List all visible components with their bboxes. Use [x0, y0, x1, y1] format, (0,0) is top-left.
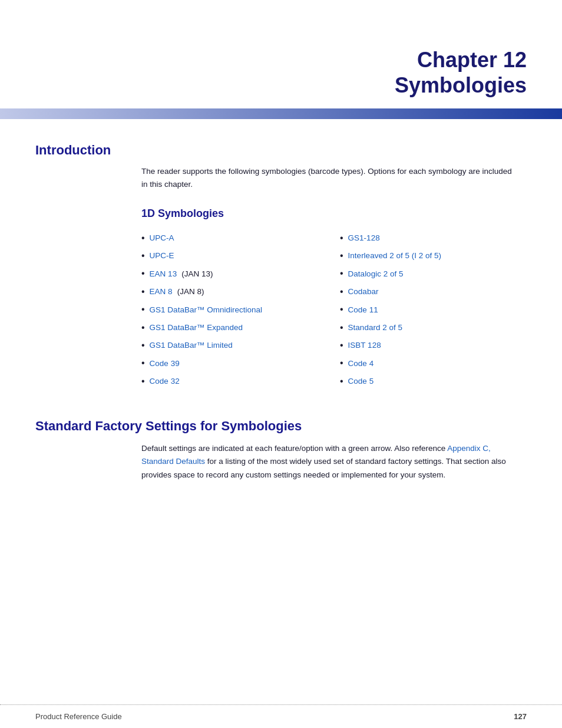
upc-a-link[interactable]: UPC-A [150, 230, 174, 246]
main-content: Introduction The reader supports the fol… [0, 143, 562, 482]
ean13-link[interactable]: EAN 13 [150, 266, 177, 282]
list-item: Datalogic 2 of 5 [340, 265, 527, 282]
list-item: Code 11 [340, 301, 527, 318]
chapter-title: Chapter 12 Symbologies [395, 47, 527, 98]
code32-link[interactable]: Code 32 [150, 374, 180, 389]
list-item: GS1 DataBar™ Limited [141, 337, 328, 354]
symbologies-right-list: GS1-128 Interleaved 2 of 5 (I 2 of 5) Da… [340, 229, 527, 391]
code11-link[interactable]: Code 11 [348, 302, 378, 318]
list-item: Standard 2 of 5 [340, 319, 527, 337]
footer: Product Reference Guide 127 [0, 704, 562, 728]
symbologies-left-column: UPC-A UPC-E EAN 13 (JAN 13) EAN 8 (JAN 8… [141, 229, 328, 391]
gs1-limited-link[interactable]: GS1 DataBar™ Limited [150, 338, 233, 353]
upc-e-link[interactable]: UPC-E [150, 248, 174, 263]
code4-link[interactable]: Code 4 [348, 356, 374, 371]
chapter-label: Chapter 12 [417, 48, 527, 72]
isbt128-link[interactable]: ISBT 128 [348, 338, 381, 353]
list-item: EAN 8 (JAN 8) [141, 283, 328, 301]
factory-body-start: Default settings are indicated at each f… [141, 444, 447, 453]
chapter-title-block: Chapter 12 Symbologies [395, 47, 527, 98]
ean8-link[interactable]: EAN 8 [150, 284, 173, 299]
symbologies-right-column: GS1-128 Interleaved 2 of 5 (I 2 of 5) Da… [340, 229, 527, 391]
list-item: GS1-128 [340, 229, 527, 247]
chapter-header: Chapter 12 Symbologies [0, 0, 562, 98]
codabar-link[interactable]: Codabar [348, 284, 379, 299]
list-item: Code 4 [340, 354, 527, 372]
list-item: ISBT 128 [340, 337, 527, 354]
factory-settings-body: Default settings are indicated at each f… [141, 442, 515, 482]
interleaved-link[interactable]: Interleaved 2 of 5 (I 2 of 5) [348, 248, 441, 263]
footer-page-number: 127 [514, 712, 527, 721]
list-item: GS1 DataBar™ Expanded [141, 319, 328, 337]
list-item: EAN 13 (JAN 13) [141, 265, 328, 282]
list-item: Codabar [340, 283, 527, 301]
gs1-omni-link[interactable]: GS1 DataBar™ Omnidirectional [150, 302, 262, 318]
page: Chapter 12 Symbologies Introduction The … [0, 0, 562, 728]
list-item: Code 32 [141, 373, 328, 390]
list-item: Interleaved 2 of 5 (I 2 of 5) [340, 247, 527, 265]
symbologies-1d-heading: 1D Symbologies [141, 207, 527, 220]
factory-settings-heading: Standard Factory Settings for Symbologie… [35, 419, 527, 434]
datalogic-link[interactable]: Datalogic 2 of 5 [348, 266, 404, 282]
symbologies-1d-section: 1D Symbologies UPC-A UPC-E EAN 13 (JAN 1… [35, 207, 527, 391]
gs1-expanded-link[interactable]: GS1 DataBar™ Expanded [150, 320, 243, 335]
code39-link[interactable]: Code 39 [150, 356, 180, 371]
footer-left-text: Product Reference Guide [35, 712, 122, 721]
introduction-section: Introduction The reader supports the fol… [35, 143, 527, 190]
list-item: Code 39 [141, 354, 328, 372]
code5-link[interactable]: Code 5 [348, 374, 374, 389]
symbologies-list-container: UPC-A UPC-E EAN 13 (JAN 13) EAN 8 (JAN 8… [141, 229, 527, 391]
list-item: GS1 DataBar™ Omnidirectional [141, 301, 328, 318]
introduction-body: The reader supports the following symbol… [141, 165, 515, 190]
chapter-subtitle: Symbologies [395, 73, 527, 97]
gs1-128-link[interactable]: GS1-128 [348, 230, 380, 246]
factory-settings-section: Standard Factory Settings for Symbologie… [35, 419, 527, 482]
blue-bar [0, 108, 562, 119]
list-item: UPC-A [141, 229, 328, 247]
introduction-heading: Introduction [35, 143, 527, 158]
symbologies-left-list: UPC-A UPC-E EAN 13 (JAN 13) EAN 8 (JAN 8… [141, 229, 328, 391]
standard2of5-link[interactable]: Standard 2 of 5 [348, 320, 402, 335]
list-item: UPC-E [141, 247, 328, 265]
list-item: Code 5 [340, 373, 527, 390]
